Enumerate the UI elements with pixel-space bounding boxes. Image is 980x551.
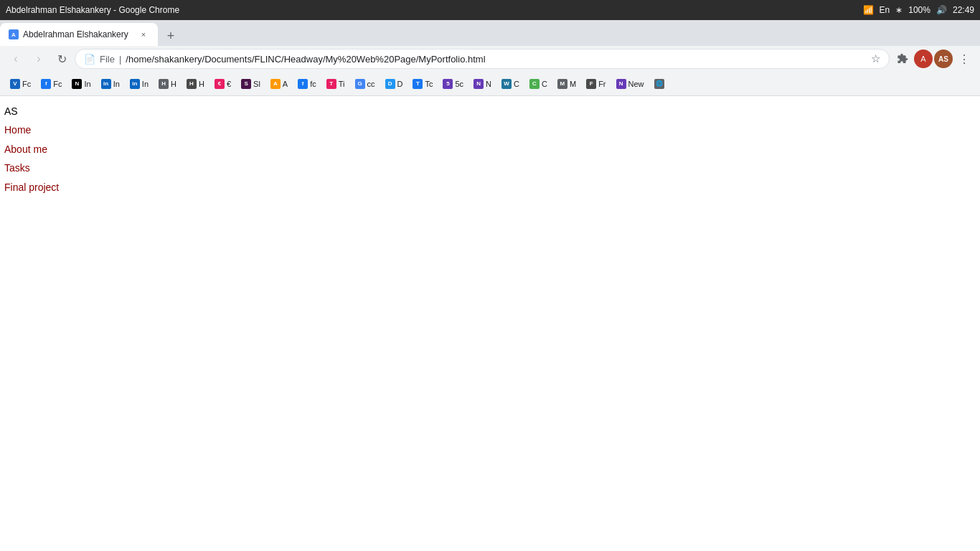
tab-favicon: A <box>9 29 19 39</box>
bookmark-a-favicon: A <box>270 79 281 89</box>
bookmark-in2[interactable]: in In <box>97 77 124 91</box>
battery-label: 100% <box>908 5 930 15</box>
bookmark-globe[interactable]: 🌐 <box>650 77 669 91</box>
bookmark-m-favicon: M <box>557 79 567 89</box>
bookmark-m-label: M <box>570 80 576 88</box>
back-button[interactable]: ‹ <box>6 49 26 69</box>
extensions-icon[interactable] <box>892 49 913 69</box>
reload-button[interactable]: ↻ <box>52 49 72 69</box>
bookmark-d-label: D <box>397 80 403 88</box>
bookmark-h2[interactable]: H H <box>182 77 209 91</box>
bookmark-m[interactable]: M M <box>553 77 580 91</box>
tab-close-button[interactable]: × <box>138 29 149 40</box>
bookmark-fr[interactable]: F Fr <box>582 77 610 91</box>
bookmark-euro[interactable]: € € <box>210 77 235 91</box>
tab-title: Abdelrahman Elshakankery <box>23 29 133 39</box>
bookmark-star-icon[interactable]: ☆ <box>871 52 880 65</box>
bookmark-v-label: Fc <box>22 80 31 88</box>
volume-icon: 🔊 <box>936 5 947 15</box>
protocol-label: File <box>100 54 115 65</box>
bookmark-notion1-label: In <box>84 80 90 88</box>
bookmark-n-label: N <box>486 80 491 88</box>
bookmark-n-favicon: N <box>473 79 484 89</box>
bookmark-h1-favicon: H <box>159 79 169 89</box>
forward-button[interactable]: › <box>29 49 49 69</box>
bookmark-c[interactable]: C C <box>525 77 552 91</box>
bookmark-g-label: cc <box>367 80 375 88</box>
profile-avatar-label: AS <box>938 55 948 63</box>
bookmarks-bar: V Fc f Fc N In in In in In H H H H € € S… <box>0 72 980 96</box>
bookmark-tc-favicon: T <box>413 79 423 89</box>
nav-about-me[interactable]: About me <box>4 140 980 159</box>
profile-icon-label: A <box>920 55 925 63</box>
bookmark-sl-label: Sl <box>253 80 260 88</box>
bookmark-fc1-favicon: f <box>41 79 51 89</box>
bookmark-5c-favicon: 5 <box>443 79 453 89</box>
bookmark-5c-label: 5c <box>455 80 463 88</box>
bookmark-fr-label: Fr <box>598 80 606 88</box>
wifi-icon: 📶 <box>863 5 874 15</box>
bookmark-notion1[interactable]: N In <box>67 77 95 91</box>
url-path: /home/shakankery/Documents/FLINC/Headway… <box>126 54 867 65</box>
bookmark-d-favicon: D <box>385 79 395 89</box>
bookmark-globe-favicon: 🌐 <box>654 79 664 89</box>
bookmark-new[interactable]: N New <box>612 77 649 91</box>
bookmark-in2-favicon: in <box>101 79 111 89</box>
bookmark-ti[interactable]: T Ti <box>322 77 349 91</box>
bookmark-wp[interactable]: W C <box>497 77 524 91</box>
bookmark-n[interactable]: N N <box>469 77 496 91</box>
bookmark-a[interactable]: A A <box>266 77 292 91</box>
bookmark-sl-favicon: S <box>241 79 251 89</box>
nav-tasks[interactable]: Tasks <box>4 159 980 177</box>
profile-avatar[interactable]: AS <box>934 50 953 68</box>
new-tab-button[interactable]: + <box>161 26 181 46</box>
profile-icon-red[interactable]: A <box>914 50 933 68</box>
nav-home[interactable]: Home <box>4 121 980 139</box>
bookmark-in3[interactable]: in In <box>126 77 153 91</box>
bookmark-fr-favicon: F <box>586 79 596 89</box>
os-titlebar: Abdelrahman Elshakankery - Google Chrome… <box>0 0 980 20</box>
system-tray: 📶 En ∗ 100% 🔊 22:49 <box>863 5 974 15</box>
bookmark-new-label: New <box>628 80 644 88</box>
bookmark-h1-label: H <box>171 80 176 88</box>
chrome-menu-button[interactable]: ⋮ <box>954 49 974 69</box>
bookmark-fc2[interactable]: f fc <box>293 77 321 91</box>
bookmark-euro-favicon: € <box>215 79 225 89</box>
tab-bar: A Abdelrahman Elshakankery × + <box>0 20 980 46</box>
bookmark-fc2-label: fc <box>310 80 316 88</box>
bookmark-g-favicon: G <box>355 79 365 89</box>
bookmark-new-favicon: N <box>616 79 626 89</box>
address-bar[interactable]: 📄 File | /home/shakankery/Documents/FLIN… <box>75 49 890 69</box>
bookmark-5c[interactable]: 5 5c <box>438 77 468 91</box>
bookmark-ti-label: Ti <box>339 80 345 88</box>
bookmark-in3-favicon: in <box>130 79 140 89</box>
bookmark-in2-label: In <box>113 80 120 88</box>
address-bar-row: ‹ › ↻ 📄 File | /home/shakankery/Document… <box>0 46 980 72</box>
bookmark-euro-label: € <box>227 80 231 88</box>
bookmark-fc1[interactable]: f Fc <box>37 77 66 91</box>
bookmark-wp-favicon: W <box>501 79 512 89</box>
bookmark-h1[interactable]: H H <box>154 77 181 91</box>
bookmark-notion1-favicon: N <box>72 79 82 89</box>
bookmark-sl[interactable]: S Sl <box>237 77 265 91</box>
bookmark-in3-label: In <box>142 80 149 88</box>
site-name: AS <box>4 102 980 121</box>
bookmark-tc[interactable]: T Tc <box>408 77 437 91</box>
toolbar-right: A AS ⋮ <box>892 49 974 69</box>
bookmark-fc2-favicon: f <box>298 79 308 89</box>
active-tab[interactable]: A Abdelrahman Elshakankery × <box>0 23 158 46</box>
bookmark-h2-label: H <box>199 80 204 88</box>
bookmark-v[interactable]: V Fc <box>6 77 35 91</box>
clock: 22:49 <box>953 5 974 15</box>
bookmark-tc-label: Tc <box>425 80 433 88</box>
bookmark-d[interactable]: D D <box>381 77 407 91</box>
url-separator: | <box>119 54 121 65</box>
bookmark-g[interactable]: G cc <box>351 77 380 91</box>
bookmark-a-label: A <box>283 80 288 88</box>
nav-final-project[interactable]: Final project <box>4 178 980 197</box>
protocol-indicator: 📄 <box>84 54 95 65</box>
bookmark-fc1-label: Fc <box>53 80 62 88</box>
bluetooth-icon: ∗ <box>895 5 903 15</box>
bookmark-wp-label: C <box>514 80 519 88</box>
keyboard-lang: En <box>880 5 890 15</box>
